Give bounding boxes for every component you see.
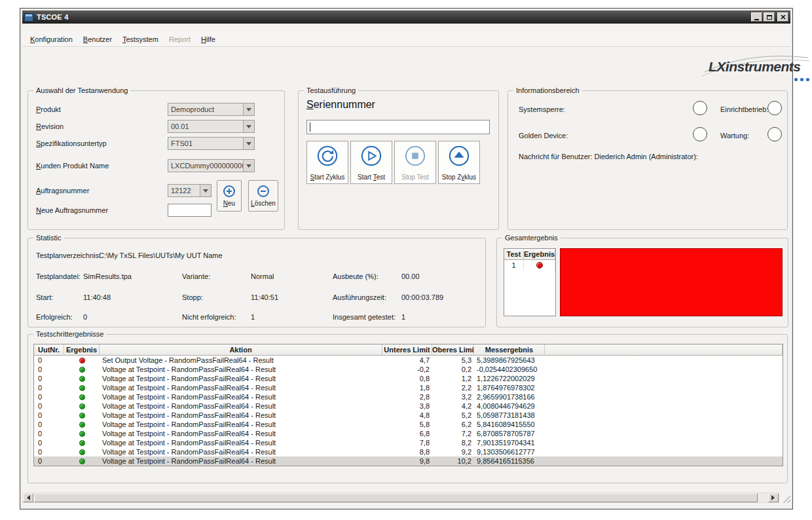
results-table-header: UutNr. Ergebnis Aktion Unteres Limit Obe… (34, 344, 783, 356)
right-arrow-icon (771, 495, 777, 500)
col-ergebnis[interactable]: Ergebnis (64, 344, 100, 356)
spezifikationsuntertyp-select[interactable]: FTS01 (168, 137, 255, 150)
cell-ergebnis (524, 260, 555, 270)
start-test-button[interactable]: Start Test (350, 141, 392, 184)
cell-messergebnis: 4,0080446794629 (474, 401, 545, 411)
scrollbar-track[interactable] (33, 493, 768, 502)
window-title: TSCOE 4 (37, 13, 750, 21)
insgesamt-getestet-label: Insgesamt getestet: (333, 313, 396, 321)
result-dot (79, 458, 85, 464)
results-table: UutNr. Ergebnis Aktion Unteres Limit Obe… (33, 344, 783, 466)
neue-auftragsnummer-label: Neue Auftragsnummer (36, 206, 108, 214)
stop-test-button[interactable]: Stop Test (394, 141, 436, 184)
scroll-left-button[interactable] (23, 493, 33, 502)
table-row[interactable]: 0Voltage at Testpoint - RandomPassFailRe… (34, 383, 783, 392)
cell-unteres-limit: 4,7 (382, 356, 432, 365)
cell-unteres-limit: -0,2 (382, 365, 432, 374)
dropdown-arrow-icon (200, 185, 211, 196)
kunden-produkt-name-label: Kunden Produkt Name (36, 162, 109, 170)
result-dot (79, 449, 85, 455)
seriennummer-input[interactable] (306, 120, 490, 134)
menu-benutzer[interactable]: Benutzer (78, 33, 117, 46)
col-oberes-limit[interactable]: Oberes Limit (432, 344, 474, 356)
cell-unteres-limit: 6,8 (382, 429, 432, 438)
table-row[interactable]: 0Set Output Voltage - RandomPassFailReal… (34, 356, 783, 365)
stopp-value: 11:40:51 (251, 293, 278, 301)
logo-text: LXinstruments (709, 59, 801, 75)
start-value: 11:40:48 (83, 293, 111, 301)
button-label: Start Zyklus (310, 174, 345, 181)
scroll-right-button[interactable] (768, 493, 779, 502)
cell-messergebnis: 7,9013519704341 (474, 438, 545, 447)
maximize-button[interactable] (764, 12, 775, 22)
horizontal-scrollbar[interactable] (22, 492, 779, 503)
col-aktion[interactable]: Aktion (100, 344, 382, 356)
result-dot (79, 403, 85, 409)
logo-dots-icon (794, 78, 809, 81)
cell-unteres-limit: 3,8 (382, 401, 432, 411)
spezifikationsuntertyp-label: Spezifikationsuntertyp (36, 139, 107, 147)
cell-aktion: Voltage at Testpoint - RandomPassFailRea… (100, 411, 382, 420)
stop-zyklus-button[interactable]: Stop Zyklus (438, 141, 480, 184)
cell-filler (545, 456, 783, 466)
lx-instruments-logo: LXinstruments (702, 50, 812, 83)
cell-ergebnis (64, 438, 100, 447)
cell-filler (545, 383, 783, 392)
cell-filler (545, 429, 783, 438)
cell-filler (545, 392, 783, 401)
overall-result-row[interactable]: 1 (504, 260, 555, 270)
group-title: Statistic (33, 234, 64, 242)
insgesamt-getestet-value: 1 (401, 313, 405, 321)
close-icon (781, 15, 786, 20)
revision-select[interactable]: 00.01 (168, 120, 255, 133)
start-zyklus-button[interactable]: Start Zyklus (306, 141, 348, 184)
col-messergebnis[interactable]: Messergebnis (474, 344, 545, 356)
table-row[interactable]: 0Voltage at Testpoint - RandomPassFailRe… (34, 447, 783, 456)
result-dot (79, 367, 85, 373)
auftragsnummer-select[interactable]: 12122 (168, 184, 212, 197)
loeschen-button[interactable]: Löschen (248, 180, 278, 212)
menu-testsystem[interactable]: Testsystem (117, 33, 164, 46)
col-unteres-limit[interactable]: Unteres Limit (382, 344, 432, 356)
left-arrow-icon (24, 495, 30, 500)
maximize-icon (767, 15, 772, 20)
table-row[interactable]: 0Voltage at Testpoint - RandomPassFailRe… (34, 392, 783, 401)
result-dot (79, 422, 85, 428)
table-row[interactable]: 0Voltage at Testpoint - RandomPassFailRe… (34, 374, 783, 383)
cell-oberes-limit: 6,2 (432, 420, 474, 429)
menu-hilfe[interactable]: Hilfe (196, 33, 221, 46)
overall-result-table: Test Ergebnis 1 (504, 248, 556, 316)
neu-button[interactable]: Neu (217, 180, 242, 212)
table-row[interactable]: 0Voltage at Testpoint - RandomPassFailRe… (34, 420, 783, 429)
cell-aktion: Voltage at Testpoint - RandomPassFailRea… (100, 420, 382, 429)
cell-aktion: Voltage at Testpoint - RandomPassFailRea… (100, 365, 382, 374)
testplandatei-value: SimResults.tpa (83, 272, 132, 280)
golden-device-indicator (693, 127, 707, 141)
ausfuehrungszeit-label: Ausführungszeit: (333, 293, 386, 301)
einrichtbetrieb-label: Einrichtbetrieb: (720, 105, 768, 113)
auftragsnummer-label: Auftragsnummer (36, 187, 89, 195)
wartung-indicator (767, 127, 782, 141)
result-dot (79, 358, 85, 363)
table-row[interactable]: 0Voltage at Testpoint - RandomPassFailRe… (34, 401, 783, 411)
menu-report[interactable]: Report (164, 33, 196, 46)
table-row[interactable]: 0Voltage at Testpoint - RandomPassFailRe… (34, 411, 783, 420)
group-title: Testschrittergebnisse (33, 330, 106, 339)
table-row[interactable]: 0Voltage at Testpoint - RandomPassFailRe… (34, 438, 783, 447)
cell-oberes-limit: 1,2 (432, 374, 474, 383)
close-button[interactable] (777, 12, 788, 22)
menu-konfiguration[interactable]: Konfiguration (25, 33, 78, 46)
table-row[interactable]: 0Voltage at Testpoint - RandomPassFailRe… (34, 456, 783, 466)
kunden-produkt-name-select[interactable]: LXCDummy00000000002 (168, 159, 255, 172)
table-row[interactable]: 0Voltage at Testpoint - RandomPassFailRe… (34, 429, 783, 438)
cell-messergebnis: 5,3989867925643 (474, 356, 545, 365)
minimize-button[interactable] (751, 12, 762, 22)
produkt-select[interactable]: Demoproduct (168, 103, 255, 116)
table-row[interactable]: 0Voltage at Testpoint - RandomPassFailRe… (34, 365, 783, 374)
col-uutnr[interactable]: UutNr. (34, 344, 64, 356)
resize-grip[interactable] (781, 492, 790, 503)
cell-oberes-limit: 8,2 (432, 438, 474, 447)
neue-auftragsnummer-input[interactable] (168, 204, 212, 217)
scrollbar-thumb[interactable] (34, 493, 758, 502)
cell-oberes-limit: 7,2 (432, 429, 474, 438)
